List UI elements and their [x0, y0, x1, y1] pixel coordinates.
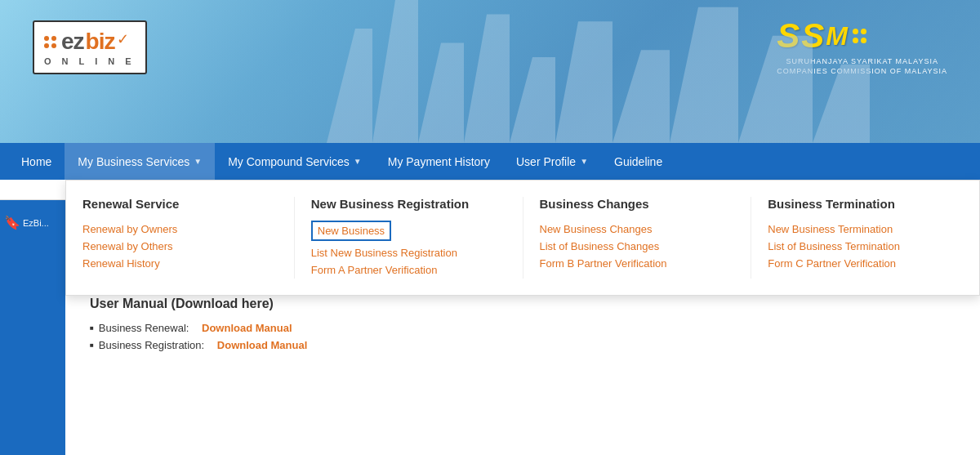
manual-item-registration: Business Registration: Download Manual	[90, 337, 956, 354]
logo-ez-text: ez	[61, 29, 84, 55]
logo-dots	[44, 36, 56, 48]
nav-business-services[interactable]: My Business Services ▼	[65, 143, 215, 180]
logo-check-icon: ✓	[117, 30, 129, 48]
logo-biz-text: biz	[86, 29, 115, 55]
nav-user-profile-label: User Profile	[516, 155, 576, 168]
menu-link-form-c-partner[interactable]: Form C Partner Verification	[768, 255, 963, 272]
manual-item-renewal-prefix: Business Renewal:	[99, 322, 189, 334]
mega-menu-dropdown: Renewal Service Renewal by Owners Renewa…	[0, 180, 980, 296]
menu-section-business-changes-title: Business Changes	[540, 197, 735, 211]
menu-link-list-termination[interactable]: List of Business Termination	[768, 238, 963, 255]
menu-section-new-business: New Business Registration New Business L…	[295, 197, 523, 279]
manual-item-renewal: Business Renewal: Download Manual	[90, 319, 956, 337]
menu-link-renewal-history[interactable]: Renewal History	[82, 255, 278, 272]
manual-download-registration[interactable]: Download Manual	[217, 339, 308, 351]
menu-link-renewal-owners[interactable]: Renewal by Owners	[82, 221, 278, 238]
nav-compound-services-label: My Compound Services	[228, 155, 350, 168]
menu-section-renewal: Renewal Service Renewal by Owners Renewa…	[66, 197, 295, 279]
ssm-s1: S	[777, 16, 800, 56]
navbar: Home My Business Services ▼ My Compound …	[0, 143, 980, 180]
nav-payment-history[interactable]: My Payment History	[375, 143, 503, 180]
nav-home[interactable]: Home	[8, 143, 65, 180]
nav-guideline-label: Guideline	[614, 155, 662, 168]
ssm-logo: S S M SURUHANJAYA SYARIKAT MALAYSIA COMP…	[777, 16, 947, 75]
nav-user-profile-arrow: ▼	[580, 157, 588, 166]
menu-section-business-changes: Business Changes New Business Changes Li…	[523, 197, 752, 279]
menu-section-new-business-title: New Business Registration	[311, 197, 506, 211]
menu-section-renewal-title: Renewal Service	[82, 197, 278, 211]
manual-item-registration-prefix: Business Registration:	[99, 339, 204, 351]
user-manual-title: User Manual (Download here)	[90, 297, 956, 311]
nav-guideline[interactable]: Guideline	[601, 143, 675, 180]
manual-download-renewal[interactable]: Download Manual	[202, 322, 292, 334]
ssm-subtitle2: COMPANIES COMMISSION OF MALAYSIA	[777, 67, 947, 75]
nav-business-services-label: My Business Services	[78, 155, 189, 168]
menu-link-new-changes[interactable]: New Business Changes	[540, 221, 735, 238]
nav-business-services-arrow: ▼	[194, 157, 202, 166]
manual-list: Business Renewal: Download Manual Busine…	[90, 319, 956, 354]
menu-link-new-business[interactable]: New Business	[311, 221, 391, 241]
menu-section-termination: Business Termination New Business Termin…	[751, 197, 979, 279]
header-banner: ez biz ✓ O N L I N E S S M SURUHANJAYA S…	[0, 0, 980, 143]
nav-compound-services[interactable]: My Compound Services ▼	[215, 143, 375, 180]
menu-link-renewal-others[interactable]: Renewal by Others	[82, 238, 278, 255]
ssm-s2: S	[801, 16, 824, 56]
ssm-subtitle1: SURUHANJAYA SYARIKAT MALAYSIA	[777, 57, 947, 65]
menu-link-form-b-partner[interactable]: Form B Partner Verification	[540, 255, 735, 272]
nav-compound-services-arrow: ▼	[354, 157, 362, 166]
menu-link-list-changes[interactable]: List of Business Changes	[540, 238, 735, 255]
logo-online-text: O N L I N E	[44, 56, 136, 66]
mega-menu: Renewal Service Renewal by Owners Renewa…	[65, 180, 980, 296]
nav-payment-history-label: My Payment History	[388, 155, 490, 168]
menu-link-form-a-partner[interactable]: Form A Partner Verification	[311, 261, 506, 279]
ssm-m: M	[826, 21, 848, 51]
menu-link-new-termination[interactable]: New Business Termination	[768, 221, 963, 238]
menu-link-list-new-business[interactable]: List New Business Registration	[311, 244, 506, 261]
nav-home-label: Home	[21, 155, 51, 168]
ezbiz-logo[interactable]: ez biz ✓ O N L I N E	[33, 20, 147, 74]
ssm-dots	[853, 29, 866, 43]
user-manual-section: User Manual (Download here) Business Ren…	[90, 297, 956, 354]
menu-section-termination-title: Business Termination	[768, 197, 963, 211]
nav-user-profile[interactable]: User Profile ▼	[503, 143, 601, 180]
